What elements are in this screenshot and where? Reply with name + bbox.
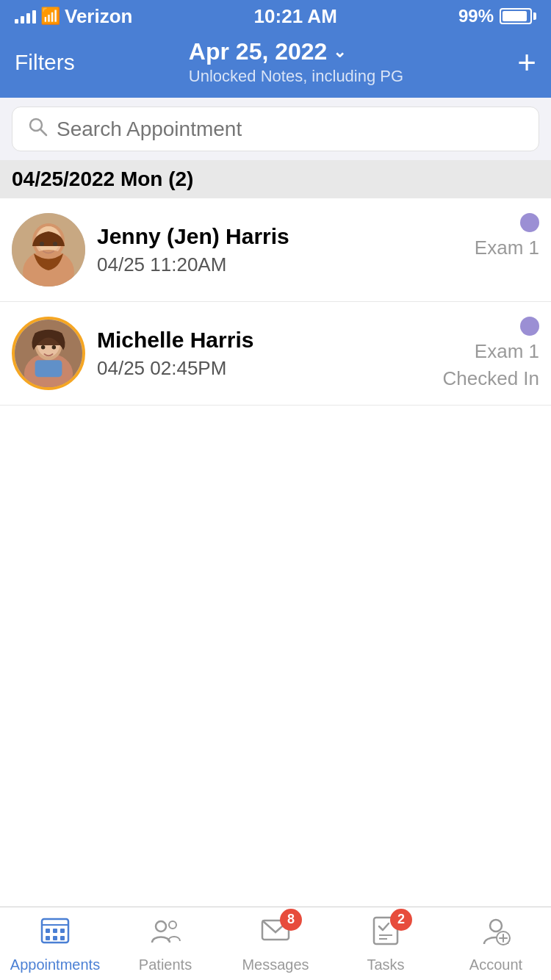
svg-rect-21 [46,936,50,940]
search-box [12,107,539,151]
header-center: Apr 25, 2022 ⌄ Unlocked Notes, including… [189,38,403,86]
patients-icon [149,915,181,954]
tab-messages[interactable]: 8 Messages [220,907,331,980]
svg-rect-19 [53,929,57,933]
main-content: 04/25/2022 Mon (2) Jen [0,98,551,479]
date-group-header: 04/25/2022 Mon (2) [0,160,551,198]
svg-rect-18 [46,929,50,933]
tab-appointments-label: Appointments [10,956,100,973]
header-subtitle: Unlocked Notes, including PG [189,67,403,86]
appt-meta: Exam 1 [475,213,539,259]
appointment-info: Jenny (Jen) Harris 04/25 11:20AM [97,224,539,276]
date-group-label: 04/25/2022 Mon (2) [12,167,193,190]
account-icon [480,915,512,954]
status-bar: 📶 Verizon 10:21 AM 99% [0,0,551,32]
battery-percent: 99% [458,6,494,26]
tab-patients[interactable]: Patients [110,907,220,980]
tasks-icon: 2 [370,915,402,954]
tab-account[interactable]: Account [441,907,551,980]
carrier-label: Verizon [65,5,132,28]
patient-name: Jenny (Jen) Harris [97,224,539,249]
appt-room: Exam 1 [475,237,539,259]
tab-patients-label: Patients [139,956,192,973]
svg-line-1 [40,129,46,135]
appointment-item[interactable]: Michelle Harris 04/25 02:45PM Exam 1 Che… [0,302,551,406]
status-time: 10:21 AM [254,5,337,28]
avatar [12,213,85,287]
svg-point-7 [40,242,44,246]
appointments-list: Jenny (Jen) Harris 04/25 11:20AM Exam 1 [0,198,551,406]
svg-point-13 [41,345,46,350]
add-button[interactable]: + [517,46,536,79]
svg-point-8 [53,242,57,246]
svg-point-25 [169,921,176,929]
svg-rect-20 [60,929,65,933]
appt-meta: Exam 1 Checked In [442,317,539,390]
appointment-item[interactable]: Jenny (Jen) Harris 04/25 11:20AM Exam 1 [0,198,551,302]
messages-icon: 8 [259,915,292,954]
tab-tasks-label: Tasks [367,956,404,973]
appt-time: 04/25 11:20AM [97,253,539,276]
status-right: 99% [458,6,536,26]
svg-rect-23 [60,936,65,940]
tab-tasks[interactable]: 2 Tasks [331,907,441,980]
search-container [0,98,551,160]
tab-messages-label: Messages [242,956,309,973]
messages-badge: 8 [280,909,302,931]
tab-bar: Appointments Patients 8 Messages [0,907,551,980]
appointments-icon [39,915,71,954]
filters-button[interactable]: Filters [15,50,75,75]
header-date[interactable]: Apr 25, 2022 ⌄ [189,38,403,65]
svg-point-14 [52,345,57,350]
tab-appointments[interactable]: Appointments [0,907,110,980]
status-dot [520,317,539,336]
appt-status: Checked In [442,367,539,390]
status-left: 📶 Verizon [15,5,132,28]
svg-rect-22 [53,936,57,940]
wifi-icon: 📶 [40,7,60,26]
search-icon [27,116,48,142]
avatar [12,317,85,390]
svg-point-31 [490,920,502,932]
status-dot [520,213,539,232]
battery-icon [500,8,536,24]
tab-account-label: Account [469,956,522,973]
appt-room: Exam 1 [475,340,539,363]
svg-point-24 [156,921,166,932]
tasks-badge: 2 [390,909,412,931]
signal-icon [15,9,36,24]
search-input[interactable] [57,118,524,141]
svg-rect-15 [35,360,62,377]
chevron-down-icon: ⌄ [333,43,346,62]
header: Filters Apr 25, 2022 ⌄ Unlocked Notes, i… [0,32,551,98]
